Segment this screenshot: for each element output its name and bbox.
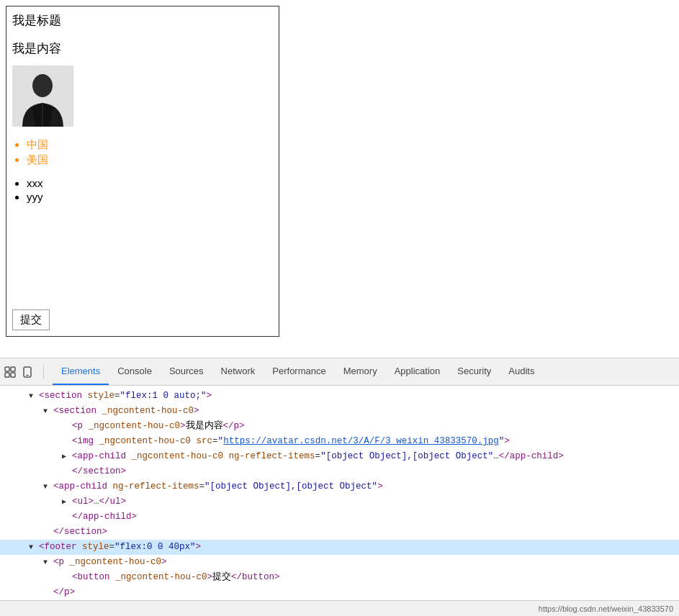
devtools-tabs: Elements Console Sources Network Perform… [53, 358, 543, 385]
footer-url: https://blog.csdn.net/weixin_43833570 [539, 604, 673, 613]
list-group-2: xxx yyy [12, 177, 273, 204]
content-box: 我是标题 我是内容 中国 美国 xxx yyy [6, 6, 279, 337]
tab-performance[interactable]: Performance [264, 358, 334, 385]
svg-rect-5 [5, 373, 9, 377]
code-line: ▼ <p _ngcontent-hou-c0> [0, 555, 679, 570]
code-line: <img _ngcontent-hou-c0 src="https://avat… [0, 434, 679, 449]
avatar [12, 65, 73, 127]
toggle-arrow[interactable]: ▼ [29, 390, 39, 403]
toggle-arrow [62, 435, 72, 448]
devtools-code-content: ▼ <section style="flex:1 0 auto;"> ▼ <se… [0, 386, 679, 600]
tab-memory[interactable]: Memory [335, 358, 386, 385]
tab-application[interactable]: Application [386, 358, 449, 385]
toggle-arrow [62, 511, 72, 524]
list-item: 美国 [27, 153, 273, 167]
toggle-arrow [62, 420, 72, 433]
devtools-footer: https://blog.csdn.net/weixin_43833570 [0, 600, 679, 616]
svg-rect-4 [11, 367, 15, 371]
svg-rect-3 [5, 367, 9, 371]
page-title: 我是标题 [12, 12, 273, 29]
code-line: </section> [0, 525, 679, 540]
code-line: <button _ngcontent-hou-c0>提交</button> [0, 570, 679, 585]
tab-elements[interactable]: Elements [53, 358, 109, 385]
phone-icon[interactable] [20, 365, 35, 379]
code-line: </p> [0, 585, 679, 600]
devtools-icon-group [3, 365, 44, 379]
devtools-panel: Elements Console Sources Network Perform… [0, 358, 679, 616]
tab-sources[interactable]: Sources [161, 358, 212, 385]
list-item: xxx [27, 177, 273, 189]
tab-security[interactable]: Security [449, 358, 500, 385]
devtools-toolbar: Elements Console Sources Network Perform… [0, 358, 679, 386]
toggle-arrow [43, 526, 53, 539]
code-line: </app-child> [0, 509, 679, 525]
submit-button[interactable]: 提交 [12, 309, 50, 330]
preview-area: 我是标题 我是内容 中国 美国 xxx yyy [0, 0, 679, 358]
cursor-icon[interactable] [3, 365, 17, 379]
code-line: </section> [0, 464, 679, 479]
toggle-arrow[interactable]: ▼ [29, 541, 39, 554]
toggle-arrow[interactable]: ▶ [62, 450, 72, 463]
list-item: yyy [27, 191, 273, 203]
code-line: ▼ <app-child ng-reflect-items="[object O… [0, 479, 679, 494]
page-content: 我是内容 [12, 40, 273, 57]
svg-point-1 [32, 74, 53, 97]
list-item: 中国 [27, 138, 273, 152]
code-line: <p _ngcontent-hou-c0>我是内容</p> [0, 419, 679, 434]
list-group-1: 中国 美国 [12, 138, 273, 168]
toggle-arrow [43, 586, 53, 599]
code-line: ▶ <app-child _ngcontent-hou-c0 ng-reflec… [0, 449, 679, 464]
toggle-arrow [62, 466, 72, 479]
code-line: ▼ <section style="flex:1 0 auto;"> [0, 389, 679, 404]
code-line: ▼ <section _ngcontent-hou-c0> [0, 404, 679, 419]
toggle-arrow[interactable]: ▼ [43, 556, 53, 569]
toggle-arrow[interactable]: ▼ [43, 405, 53, 418]
toggle-arrow[interactable]: ▶ [62, 496, 72, 509]
tab-audits[interactable]: Audits [500, 358, 543, 385]
tab-network[interactable]: Network [212, 358, 264, 385]
svg-rect-6 [11, 373, 15, 377]
tab-console[interactable]: Console [109, 358, 161, 385]
toggle-arrow [62, 571, 72, 584]
code-line: ▶ <ul>…</ul> [0, 494, 679, 509]
toggle-arrow[interactable]: ▼ [43, 481, 53, 494]
code-line-footer: ▼ <footer style="flex:0 0 40px"> [0, 540, 679, 555]
